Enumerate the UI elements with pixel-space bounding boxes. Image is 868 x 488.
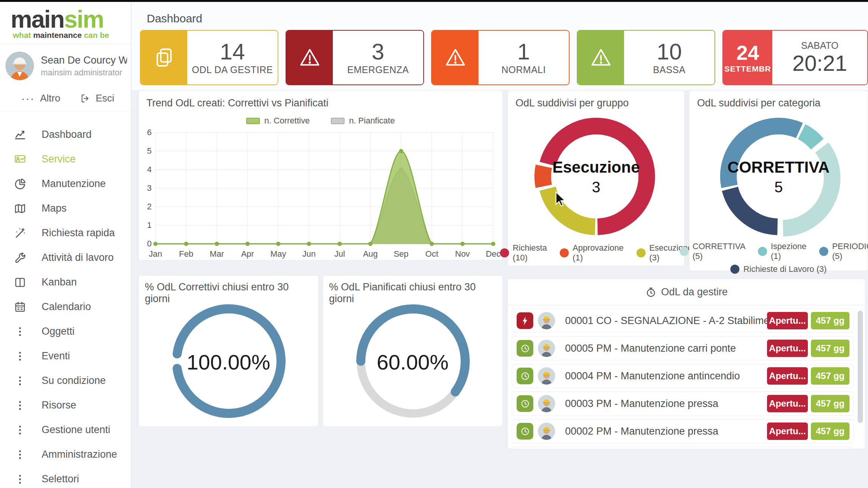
sidebar-item-richiesta-rapida[interactable]: Richiesta rapida <box>0 221 131 245</box>
more-button[interactable]: ···Altro <box>21 92 60 104</box>
y-tick-label: 6 <box>147 128 152 137</box>
sidebar-item-manutenzione[interactable]: Manutenzione <box>0 172 131 196</box>
sidebar-item-gestione-utenti[interactable]: Gestione utenti <box>0 418 131 442</box>
wrench-icon <box>14 251 26 264</box>
sidebar-item-kanban[interactable]: Kanban <box>0 270 131 295</box>
donut-slice-ispezione[interactable] <box>802 132 817 144</box>
worklist-header: OdL da gestire <box>508 279 865 306</box>
data-point[interactable] <box>245 242 250 246</box>
data-point[interactable] <box>184 242 188 246</box>
age-badge: 457 gg <box>811 367 849 385</box>
data-point[interactable] <box>307 242 311 246</box>
worklist-row-partial[interactable] <box>512 447 854 449</box>
date-card[interactable]: 24 SETTEMBR SABATO 20:21 <box>722 30 868 85</box>
workorder-title: 00005 PM - Manutenzione carri ponte <box>565 343 767 354</box>
worklist-row[interactable]: 00005 PM - Manutenzione carri ponteApert… <box>512 336 854 360</box>
sidebar-item-maps[interactable]: Maps <box>0 196 131 221</box>
app-root: mainsim what maintenance can be Sean De … <box>0 0 868 488</box>
legend-label: Richieste di Lavoro (3) <box>743 264 826 274</box>
sidebar-item-label: Risorse <box>42 399 76 411</box>
donut-svg <box>689 112 868 238</box>
data-point[interactable] <box>276 242 280 246</box>
legend-item[interactable]: Approvazione (1) <box>560 243 624 263</box>
worklist-scrollbar[interactable] <box>858 311 863 423</box>
kpi-card-emergenza[interactable]: 3EMERGENZA <box>286 30 424 85</box>
legend-item[interactable]: Ispezione (1) <box>758 242 806 261</box>
date-time: 20:21 <box>792 51 847 75</box>
sidebar-item-attivita-di-lavoro[interactable]: Attività di lavoro <box>0 245 131 270</box>
data-point[interactable] <box>491 242 495 246</box>
data-point[interactable] <box>430 242 434 246</box>
logout-button[interactable]: Esci <box>80 92 114 104</box>
logo-text: mainsim <box>11 7 131 31</box>
user-role: mainsim administrator <box>41 68 127 78</box>
sidebar-item-dashboard[interactable]: Dashboard <box>0 122 131 147</box>
data-point[interactable] <box>368 242 373 246</box>
legend-dot <box>819 247 828 256</box>
sidebar-item-service[interactable]: Service <box>0 147 131 172</box>
sidebar-item-label: Amministrazione <box>42 449 117 460</box>
donut-slice-correttiva[interactable] <box>783 148 832 228</box>
dots-vertical-icon <box>14 350 26 363</box>
dots-vertical-icon <box>14 399 26 412</box>
legend-item[interactable]: n. Correttive <box>246 116 310 126</box>
worklist-row[interactable]: 00002 PM - Manutenzione pressaApertu...4… <box>512 419 854 443</box>
legend-label: Richiesta (10) <box>513 243 547 263</box>
sidebar-item-amministrazione[interactable]: Amministrazione <box>0 442 131 467</box>
worklist-row[interactable]: 00003 PM - Manutenzione pressaApertu...4… <box>512 391 854 416</box>
data-point[interactable] <box>338 242 342 246</box>
user-actions: ···Altro Esci <box>0 87 131 112</box>
window-top-edge <box>0 0 868 2</box>
donut-slice-approvazione[interactable] <box>543 166 544 186</box>
date-weekday: SABATO <box>801 40 838 51</box>
gauge-pianificati-chart[interactable] <box>323 298 503 425</box>
map-icon <box>14 202 26 215</box>
worklist-row[interactable]: 00004 PM - Manutenzione antincendioApert… <box>512 364 854 388</box>
worklist-row[interactable]: 00001 CO - SEGNALAZIONE - A-2 Stabilimen… <box>512 309 854 333</box>
sidebar-item-label: Selettori <box>42 473 79 485</box>
legend-item[interactable]: PERIODICA (5) <box>819 242 868 261</box>
donut-categoria-chart[interactable] <box>689 112 868 238</box>
sidebar-item-selettori[interactable]: Selettori <box>0 467 131 488</box>
sidebar-item-oggetti[interactable]: Oggetti <box>0 319 131 344</box>
worklist-card: OdL da gestire 00001 CO - SEGNALAZIONE -… <box>508 279 865 449</box>
kpi-card-odl-da-gestire[interactable]: 14ODL DA GESTIRE <box>140 30 278 85</box>
sidebar-item-su-condizione[interactable]: Su condizione <box>0 368 131 393</box>
sidebar-item-label: Kanban <box>42 276 77 288</box>
clock-icon <box>517 395 533 412</box>
gauge-correttivi-chart[interactable] <box>139 298 319 425</box>
legend-item[interactable]: Richieste di Lavoro (3) <box>730 264 826 274</box>
gauge-svg <box>323 298 503 425</box>
legend-item[interactable]: CORRETTIVA (5) <box>680 242 745 261</box>
sidebar-item-calendario[interactable]: Calendario <box>0 295 131 319</box>
kpi-value: 14 <box>220 40 245 64</box>
donut-gruppo-chart[interactable] <box>508 112 685 238</box>
data-point[interactable] <box>154 242 158 246</box>
worklist-rows: 00001 CO - SEGNALAZIONE - A-2 Stabilimen… <box>512 309 854 449</box>
trend-chart-plot[interactable]: 0123456JanFebMarAprMayJunJulAugSepOctNov… <box>139 127 503 260</box>
legend-label: n. Pianficate <box>349 116 395 126</box>
data-point[interactable] <box>399 149 403 153</box>
data-point[interactable] <box>460 242 464 246</box>
legend-item[interactable]: n. Pianficate <box>331 116 395 126</box>
kpi-card-normali[interactable]: 1NORMALI <box>431 30 570 85</box>
donut-slice-periodica[interactable] <box>728 126 800 186</box>
avatar <box>5 51 34 80</box>
legend-item[interactable]: Richiesta (10) <box>500 243 547 263</box>
sidebar-item-risorse[interactable]: Risorse <box>0 393 131 418</box>
sidebar-item-eventi[interactable]: Eventi <box>0 344 131 368</box>
legend-row: Richiesta (10)Approvazione (1)Esecuzione… <box>508 243 684 263</box>
kpi-card-bassa[interactable]: 10BASSA <box>577 30 715 85</box>
kpi-label: EMERGENZA <box>347 64 409 75</box>
donut-slice-esecuzione[interactable] <box>548 189 595 227</box>
trend-chart-legend: n. Correttiven. Pianficate <box>139 116 502 126</box>
donut-slice-richieste-di-lavoro[interactable] <box>730 189 778 227</box>
warning-icon <box>298 46 321 69</box>
sidebar-item-label: Manutenzione <box>42 178 106 190</box>
legend-dot <box>730 265 739 274</box>
gauge-arc <box>361 309 465 392</box>
status-badge: Apertu... <box>767 423 808 440</box>
data-point[interactable] <box>215 242 219 246</box>
clock-icon <box>517 368 533 384</box>
kpi-icon-wrap <box>578 31 624 84</box>
